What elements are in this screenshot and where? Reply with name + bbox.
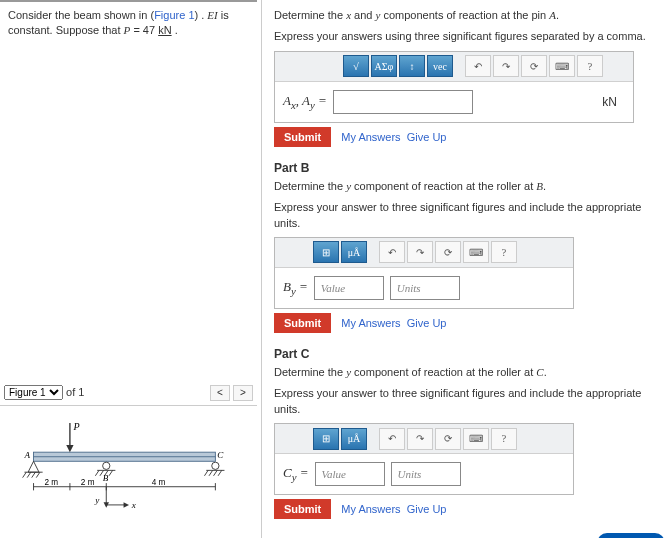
keyboard-icon[interactable]: ⌨	[463, 428, 489, 450]
partA-express: Express your answers using three signifi…	[274, 29, 669, 44]
undo-icon[interactable]: ↶	[379, 428, 405, 450]
redo-icon[interactable]: ↷	[407, 241, 433, 263]
partC-toolbar: ⊞ μÅ ↶ ↷ ⟳ ⌨ ?	[275, 424, 573, 454]
svg-text:A: A	[23, 449, 30, 459]
partA-answer-box: √ ΑΣφ ↕ vec ↶ ↷ ⟳ ⌨ ? Ax, Ay = kN	[274, 51, 634, 123]
partC-my-answers-link[interactable]: My Answers	[341, 503, 400, 515]
partA-toolbar: √ ΑΣφ ↕ vec ↶ ↷ ⟳ ⌨ ?	[275, 52, 633, 82]
partC-question: Determine the y component of reaction at…	[274, 365, 669, 380]
svg-line-7	[36, 472, 40, 477]
svg-text:y: y	[94, 495, 100, 505]
partA-give-up-link[interactable]: Give Up	[407, 131, 447, 143]
partB-give-up-link[interactable]: Give Up	[407, 317, 447, 329]
partC-header: Part C	[274, 347, 669, 361]
partB-toolbar: ⊞ μÅ ↶ ↷ ⟳ ⌨ ?	[275, 238, 573, 268]
svg-text:B: B	[102, 473, 108, 483]
svg-text:x: x	[130, 499, 135, 509]
svg-text:C: C	[217, 449, 224, 459]
svg-line-5	[27, 472, 31, 477]
partC-submit-button[interactable]: Submit	[274, 499, 331, 519]
partC-give-up-link[interactable]: Give Up	[407, 503, 447, 515]
svg-line-13	[109, 470, 113, 475]
partB-express: Express your answer to three significant…	[274, 200, 669, 231]
problem-text-1: Consider the beam shown in (	[8, 9, 154, 21]
figure-prev-button[interactable]: <	[210, 385, 230, 401]
undo-icon[interactable]: ↶	[379, 241, 405, 263]
continue-button[interactable]: Continue	[597, 533, 665, 538]
svg-text:P: P	[72, 421, 79, 432]
svg-line-16	[204, 470, 208, 475]
partB-submit-button[interactable]: Submit	[274, 313, 331, 333]
partC-units-input[interactable]: Units	[391, 462, 461, 486]
help-icon[interactable]: ?	[577, 55, 603, 77]
help-icon[interactable]: ?	[491, 241, 517, 263]
reset-icon[interactable]: ⟳	[435, 241, 461, 263]
partA-question: Determine the x and y components of reac…	[274, 8, 669, 23]
svg-line-19	[218, 470, 222, 475]
figure-select[interactable]: Figure 1	[4, 385, 63, 400]
partB-answer-box: ⊞ μÅ ↶ ↷ ⟳ ⌨ ? By = Value Units	[274, 237, 574, 309]
tb-template-icon[interactable]: ⊞	[313, 241, 339, 263]
svg-line-17	[209, 470, 213, 475]
svg-marker-2	[28, 461, 39, 472]
help-icon[interactable]: ?	[491, 428, 517, 450]
svg-text:2 m: 2 m	[44, 478, 58, 487]
reset-icon[interactable]: ⟳	[521, 55, 547, 77]
partB-value-input[interactable]: Value	[314, 276, 384, 300]
keyboard-icon[interactable]: ⌨	[549, 55, 575, 77]
partB-question: Determine the y component of reaction at…	[274, 179, 669, 194]
redo-icon[interactable]: ↷	[407, 428, 433, 450]
partA-my-answers-link[interactable]: My Answers	[341, 131, 400, 143]
partA-value-input[interactable]	[333, 90, 473, 114]
problem-statement: Consider the beam shown in (Figure 1) . …	[0, 0, 257, 45]
partC-answer-box: ⊞ μÅ ↶ ↷ ⟳ ⌨ ? Cy = Value Units	[274, 423, 574, 495]
var-EI: EI	[207, 9, 217, 21]
partC-express: Express your answer to three significant…	[274, 386, 669, 417]
svg-point-14	[211, 462, 218, 469]
svg-point-8	[102, 462, 109, 469]
redo-icon[interactable]: ↷	[493, 55, 519, 77]
figure-1-diagram: P A B C 2 m 2 m 4 m x y	[0, 406, 257, 524]
tb-template-icon[interactable]: ⊞	[313, 428, 339, 450]
partA-units: kN	[602, 95, 625, 109]
keyboard-icon[interactable]: ⌨	[463, 241, 489, 263]
svg-text:2 m: 2 m	[80, 478, 94, 487]
problem-text-7: = 47	[130, 24, 158, 36]
figure-of-label: of 1	[66, 386, 84, 398]
svg-marker-39	[123, 502, 128, 507]
figure-navigator: Figure 1 of 1 < >	[0, 385, 257, 406]
tb-sqrt-icon[interactable]: √	[343, 55, 369, 77]
svg-line-18	[213, 470, 217, 475]
partB-units-input[interactable]: Units	[390, 276, 460, 300]
undo-icon[interactable]: ↶	[465, 55, 491, 77]
svg-line-10	[95, 470, 99, 475]
svg-line-4	[22, 472, 26, 477]
partA-below-links: My Answers Give Up	[341, 131, 446, 143]
svg-marker-21	[66, 445, 73, 452]
problem-text-9: .	[172, 24, 178, 36]
partB-below-links: My Answers Give Up	[341, 317, 446, 329]
partC-var-label: Cy =	[283, 465, 309, 483]
partC-value-input[interactable]: Value	[315, 462, 385, 486]
svg-text:4 m: 4 m	[151, 478, 165, 487]
tb-subscript-icon[interactable]: ↕	[399, 55, 425, 77]
figure-next-button[interactable]: >	[233, 385, 253, 401]
tb-vector-icon[interactable]: vec	[427, 55, 453, 77]
partC-below-links: My Answers Give Up	[341, 503, 446, 515]
problem-text-3: ) .	[195, 9, 208, 21]
tb-symbols-icon[interactable]: ΑΣφ	[371, 55, 397, 77]
partA-submit-button[interactable]: Submit	[274, 127, 331, 147]
tb-units-icon[interactable]: μÅ	[341, 241, 367, 263]
partB-var-label: By =	[283, 279, 308, 297]
svg-line-6	[31, 472, 35, 477]
partB-header: Part B	[274, 161, 669, 175]
figure-link[interactable]: Figure 1	[154, 9, 194, 21]
unit-kN: kN	[158, 24, 171, 36]
tb-units-icon[interactable]: μÅ	[341, 428, 367, 450]
partB-my-answers-link[interactable]: My Answers	[341, 317, 400, 329]
partA-var-label: Ax, Ay =	[283, 93, 327, 111]
reset-icon[interactable]: ⟳	[435, 428, 461, 450]
